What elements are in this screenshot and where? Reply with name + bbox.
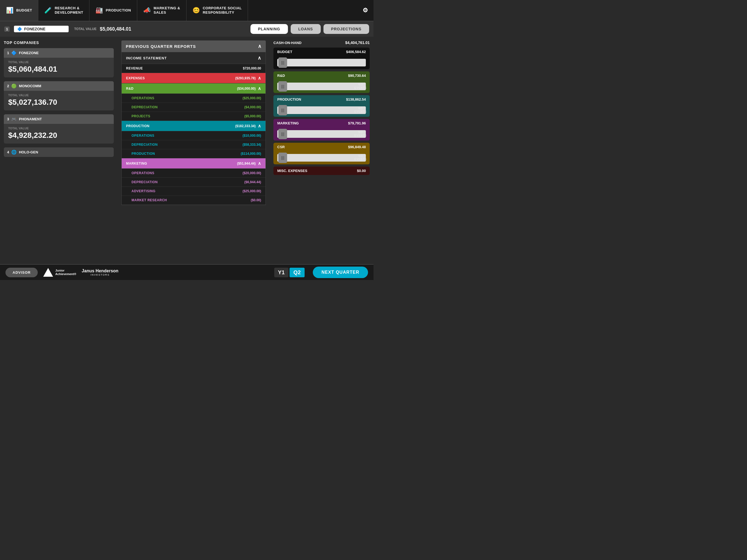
production-slider-handle[interactable]: |||: [278, 105, 287, 116]
misc-budget-header: MISC. EXPENSES $0.00: [274, 167, 370, 175]
rd-budget-title: R&D: [277, 74, 285, 78]
csr-budget-header: CSR $96,849.48: [274, 143, 370, 151]
marketing-chevron[interactable]: ∧: [258, 161, 261, 166]
jh-line2: INVESTORS: [82, 274, 119, 276]
marketing-slider-handle[interactable]: |||: [278, 129, 287, 139]
advisor-button[interactable]: ADVISOR: [5, 268, 38, 277]
next-quarter-button[interactable]: NEXT QUARTER: [313, 266, 368, 278]
footer: ADVISOR Junior Achievement® Janus Hender…: [0, 264, 374, 280]
company-card-3: 3 🎮 PHONAMENT TOTAL VALUE $4,928,232.20: [4, 114, 114, 144]
settings-button[interactable]: ⚙: [357, 0, 374, 21]
csr-budget-body: ||| NOEVENTS: [274, 151, 370, 164]
prod-production-row: PRODUCTION ($114,000.00): [122, 149, 265, 158]
production-icon: 🏭: [96, 7, 103, 14]
company-1-val-label: TOTAL VALUE: [8, 60, 109, 64]
quarter-reports-title: PREVIOUS QUARTER REPORTS: [126, 44, 196, 49]
rd-slider-handle[interactable]: |||: [278, 81, 287, 92]
nav-budget-label: BUDGET: [17, 8, 32, 12]
production-budget-body: ||| NOEVENTS: [274, 104, 370, 117]
prod-ops-amount: ($10,000.00): [242, 134, 261, 137]
company-2-icon: 🟢: [11, 83, 17, 88]
projections-button[interactable]: PROJECTIONS: [324, 24, 369, 34]
expenses-label: EXPENSES: [126, 76, 145, 80]
middle-panel: PREVIOUS QUARTER REPORTS ∧ INCOME STATEM…: [118, 36, 269, 264]
nav-budget[interactable]: 📊 BUDGET: [0, 0, 38, 21]
csr-slider-handle[interactable]: |||: [278, 153, 287, 163]
settings-icon: ⚙: [363, 7, 368, 14]
rd-budget-card: R&D $90,730.64 ||| NOEVENTS: [274, 71, 370, 93]
planning-button[interactable]: PLANNING: [251, 24, 288, 34]
rd-row: R&D ($34,000.00) ∧: [122, 83, 265, 94]
misc-budget-title: MISC. EXPENSES: [277, 169, 307, 173]
expenses-amount: ($293,935.78): [235, 76, 256, 80]
prod-dep-amount: ($58,333.34): [242, 143, 261, 147]
loans-button[interactable]: LOANS: [291, 24, 321, 34]
ja-text: Junior Achievement®: [55, 269, 76, 276]
company-card-2: 2 🟢 MONOCOMM TOTAL VALUE $5,027,136.70: [4, 81, 114, 110]
income-chevron[interactable]: ∧: [258, 55, 261, 61]
budget-card-header: BUDGET $406,584.62: [274, 48, 370, 56]
nav-production[interactable]: 🏭 PRODUCTION: [89, 0, 137, 21]
income-header: INCOME STATEMENT ∧: [122, 52, 265, 64]
marketing-budget-body: ||| NOEVENTS: [274, 127, 370, 141]
production-label: PRODUCTION: [126, 124, 150, 128]
rd-ops-label: OPERATIONS: [131, 96, 154, 100]
nav-rd[interactable]: 🧪 RESEARCH &DEVELOPMENT: [38, 0, 89, 21]
production-no-events: NOEVENTS: [352, 104, 370, 117]
expenses-chevron[interactable]: ∧: [258, 75, 261, 81]
rd-projects-row: PROJECTS ($5,000.00): [122, 112, 265, 121]
budget-icon: 📊: [6, 7, 14, 14]
budget-slider-track[interactable]: |||: [277, 59, 366, 67]
rd-icon: 🧪: [44, 7, 52, 14]
nav-rd-label: RESEARCH &DEVELOPMENT: [55, 6, 83, 15]
mkt-operations-row: OPERATIONS ($20,000.00): [122, 169, 265, 178]
nav-csr[interactable]: 😊 CORPORATE SOCIALRESPONSIBILITY: [186, 0, 248, 21]
rd-budget-header: R&D $90,730.64: [274, 71, 370, 80]
rd-chevron[interactable]: ∧: [258, 86, 261, 91]
revenue-label: REVENUE: [126, 67, 143, 70]
production-budget-title: PRODUCTION: [277, 97, 301, 101]
rd-operations-row: OPERATIONS ($25,000.00): [122, 94, 265, 103]
quarter-badge: Q2: [289, 268, 305, 277]
company-1-val-amount: $5,060,484.01: [8, 65, 109, 74]
year-badge: Y1: [274, 268, 288, 277]
budget-slider-handle[interactable]: |||: [278, 57, 287, 68]
company-3-icon: 🎮: [11, 117, 17, 122]
rd-label: R&D: [126, 87, 134, 91]
marketing-budget-title: MARKETING: [277, 121, 299, 125]
mkt-res-label: MARKET RESEARCH: [131, 198, 167, 202]
mkt-dep-label: DEPRECIATION: [131, 180, 158, 184]
revenue-amount: $720,000.00: [243, 67, 261, 70]
jh-logo: Janus Henderson INVESTORS: [82, 268, 119, 276]
header-company-icon: 🔷: [17, 27, 22, 31]
company-4-icon: 🌐: [11, 150, 17, 155]
header-company-badge: 🔷 FONEZONE: [14, 26, 69, 32]
rd-budget-amount: $90,730.64: [348, 74, 366, 78]
mkt-adv-label: ADVERTISING: [131, 189, 156, 193]
prod-depreciation-row: DEPRECIATION ($58,333.34): [122, 140, 265, 149]
quarter-reports-chevron[interactable]: ∧: [258, 43, 261, 49]
mkt-advertising-row: ADVERTISING ($25,000.00): [122, 187, 265, 196]
marketing-row: MARKETING ($51,944.44) ∧: [122, 158, 265, 169]
production-chevron[interactable]: ∧: [258, 123, 261, 128]
company-2-header: 2 🟢 MONOCOMM: [4, 81, 114, 91]
prod-operations-row: OPERATIONS ($10,000.00): [122, 131, 265, 140]
cash-header: CASH-ON-HAND $4,404,761.01: [274, 41, 370, 45]
planning-nav-buttons: PLANNING LOANS PROJECTIONS: [251, 24, 369, 34]
cash-title: CASH-ON-HAND: [274, 41, 302, 45]
mkt-dep-amount: ($6,944.44): [244, 180, 261, 184]
total-value-amount: $5,060,484.01: [100, 26, 131, 32]
marketing-amount: ($51,944.44): [237, 161, 256, 166]
marketing-no-events: NOEVENTS: [352, 127, 370, 141]
revenue-row: REVENUE $720,000.00: [122, 64, 265, 73]
rd-no-events: NOEVENTS: [352, 80, 370, 93]
rd-budget-body: ||| NOEVENTS: [274, 80, 370, 93]
marketing-budget-card: MARKETING $79,791.96 ||| NOEVENTS: [274, 119, 370, 141]
ja-triangle-icon: [43, 268, 53, 277]
misc-budget-amount: $0.00: [357, 169, 366, 173]
budget-card-title: BUDGET: [277, 50, 292, 54]
nav-marketing[interactable]: 📣 MARKETING &SALES: [137, 0, 186, 21]
year-quarter: Y1 Q2: [274, 268, 305, 277]
budget-card-body: |||: [274, 56, 370, 69]
budget-card-amount: $406,584.62: [346, 50, 366, 54]
